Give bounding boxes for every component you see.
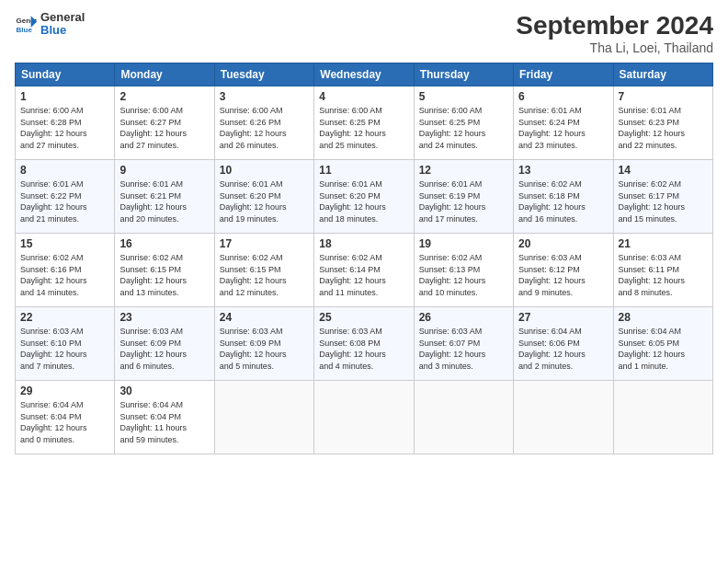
day-number: 22 bbox=[20, 311, 109, 324]
day-number: 25 bbox=[319, 311, 408, 324]
cell-info: Sunrise: 6:01 AM Sunset: 6:24 PM Dayligh… bbox=[518, 105, 608, 151]
calendar-cell bbox=[414, 381, 513, 454]
calendar-cell bbox=[214, 381, 313, 454]
day-header-friday: Friday bbox=[514, 63, 613, 86]
day-header-wednesday: Wednesday bbox=[314, 63, 414, 86]
day-number: 7 bbox=[619, 90, 708, 103]
calendar-cell: 30Sunrise: 6:04 AM Sunset: 6:04 PM Dayli… bbox=[115, 381, 214, 454]
calendar-cell: 8Sunrise: 6:01 AM Sunset: 6:22 PM Daylig… bbox=[16, 160, 115, 234]
cell-info: Sunrise: 6:03 AM Sunset: 6:09 PM Dayligh… bbox=[220, 326, 309, 372]
cell-info: Sunrise: 6:03 AM Sunset: 6:10 PM Dayligh… bbox=[20, 326, 109, 372]
day-number: 2 bbox=[119, 90, 209, 103]
svg-text:Blue: Blue bbox=[17, 26, 33, 34]
cell-info: Sunrise: 6:00 AM Sunset: 6:27 PM Dayligh… bbox=[119, 105, 209, 151]
cell-info: Sunrise: 6:01 AM Sunset: 6:22 PM Dayligh… bbox=[20, 178, 109, 224]
calendar-cell bbox=[514, 381, 613, 454]
cell-info: Sunrise: 6:01 AM Sunset: 6:23 PM Dayligh… bbox=[619, 105, 708, 151]
day-number: 3 bbox=[220, 90, 309, 103]
calendar-cell: 17Sunrise: 6:02 AM Sunset: 6:15 PM Dayli… bbox=[214, 234, 313, 307]
cell-info: Sunrise: 6:02 AM Sunset: 6:15 PM Dayligh… bbox=[119, 252, 209, 298]
month-title: September 2024 bbox=[516, 11, 713, 40]
day-number: 11 bbox=[319, 164, 408, 177]
day-number: 20 bbox=[518, 237, 608, 250]
calendar-cell: 16Sunrise: 6:02 AM Sunset: 6:15 PM Dayli… bbox=[115, 234, 214, 307]
cell-info: Sunrise: 6:03 AM Sunset: 6:09 PM Dayligh… bbox=[119, 326, 209, 372]
day-header-monday: Monday bbox=[115, 63, 214, 86]
calendar-body: 1Sunrise: 6:00 AM Sunset: 6:28 PM Daylig… bbox=[16, 86, 713, 454]
calendar-cell: 20Sunrise: 6:03 AM Sunset: 6:12 PM Dayli… bbox=[514, 234, 613, 307]
calendar-cell: 12Sunrise: 6:01 AM Sunset: 6:19 PM Dayli… bbox=[414, 160, 513, 234]
calendar-cell: 13Sunrise: 6:02 AM Sunset: 6:18 PM Dayli… bbox=[514, 160, 613, 234]
cell-info: Sunrise: 6:03 AM Sunset: 6:12 PM Dayligh… bbox=[518, 252, 608, 298]
day-number: 23 bbox=[119, 311, 209, 324]
day-number: 19 bbox=[419, 237, 508, 250]
cell-info: Sunrise: 6:01 AM Sunset: 6:20 PM Dayligh… bbox=[220, 178, 309, 224]
cell-info: Sunrise: 6:04 AM Sunset: 6:05 PM Dayligh… bbox=[619, 326, 708, 372]
calendar-cell: 11Sunrise: 6:01 AM Sunset: 6:20 PM Dayli… bbox=[314, 160, 414, 234]
calendar-cell bbox=[314, 381, 414, 454]
calendar-cell: 1Sunrise: 6:00 AM Sunset: 6:28 PM Daylig… bbox=[16, 86, 115, 160]
day-header-tuesday: Tuesday bbox=[214, 63, 313, 86]
day-number: 21 bbox=[619, 237, 708, 250]
calendar-cell: 24Sunrise: 6:03 AM Sunset: 6:09 PM Dayli… bbox=[214, 307, 313, 381]
calendar-cell: 14Sunrise: 6:02 AM Sunset: 6:17 PM Dayli… bbox=[613, 160, 712, 234]
day-number: 28 bbox=[619, 311, 708, 324]
cell-info: Sunrise: 6:04 AM Sunset: 6:04 PM Dayligh… bbox=[119, 399, 209, 445]
calendar-cell: 18Sunrise: 6:02 AM Sunset: 6:14 PM Dayli… bbox=[314, 234, 414, 307]
cell-info: Sunrise: 6:03 AM Sunset: 6:07 PM Dayligh… bbox=[419, 326, 508, 372]
day-number: 1 bbox=[20, 90, 109, 103]
day-header-thursday: Thursday bbox=[414, 63, 513, 86]
calendar-cell: 26Sunrise: 6:03 AM Sunset: 6:07 PM Dayli… bbox=[414, 307, 513, 381]
day-number: 9 bbox=[119, 164, 209, 177]
logo-icon: General Blue bbox=[15, 13, 37, 35]
cell-info: Sunrise: 6:02 AM Sunset: 6:14 PM Dayligh… bbox=[319, 252, 408, 298]
calendar-cell: 2Sunrise: 6:00 AM Sunset: 6:27 PM Daylig… bbox=[115, 86, 214, 160]
calendar-cell: 3Sunrise: 6:00 AM Sunset: 6:26 PM Daylig… bbox=[214, 86, 313, 160]
logo: General Blue General Blue bbox=[15, 11, 85, 38]
day-header-sunday: Sunday bbox=[16, 63, 115, 86]
cell-info: Sunrise: 6:00 AM Sunset: 6:26 PM Dayligh… bbox=[220, 105, 309, 151]
title-block: September 2024 Tha Li, Loei, Thailand bbox=[516, 11, 713, 55]
day-number: 29 bbox=[20, 385, 109, 397]
calendar-cell: 27Sunrise: 6:04 AM Sunset: 6:06 PM Dayli… bbox=[514, 307, 613, 381]
day-number: 16 bbox=[119, 237, 209, 250]
calendar-cell: 21Sunrise: 6:03 AM Sunset: 6:11 PM Dayli… bbox=[613, 234, 712, 307]
day-number: 13 bbox=[518, 164, 608, 177]
cell-info: Sunrise: 6:01 AM Sunset: 6:21 PM Dayligh… bbox=[119, 178, 209, 224]
day-number: 18 bbox=[319, 237, 408, 250]
calendar-cell: 22Sunrise: 6:03 AM Sunset: 6:10 PM Dayli… bbox=[16, 307, 115, 381]
cell-info: Sunrise: 6:02 AM Sunset: 6:18 PM Dayligh… bbox=[518, 178, 608, 224]
cell-info: Sunrise: 6:00 AM Sunset: 6:28 PM Dayligh… bbox=[20, 105, 109, 151]
cell-info: Sunrise: 6:03 AM Sunset: 6:11 PM Dayligh… bbox=[619, 252, 708, 298]
logo-general: General bbox=[40, 11, 85, 24]
calendar-cell: 9Sunrise: 6:01 AM Sunset: 6:21 PM Daylig… bbox=[115, 160, 214, 234]
day-number: 14 bbox=[619, 164, 708, 177]
calendar-cell: 5Sunrise: 6:00 AM Sunset: 6:25 PM Daylig… bbox=[414, 86, 513, 160]
cell-info: Sunrise: 6:01 AM Sunset: 6:19 PM Dayligh… bbox=[419, 178, 508, 224]
week-row-4: 22Sunrise: 6:03 AM Sunset: 6:10 PM Dayli… bbox=[16, 307, 713, 381]
calendar-cell: 19Sunrise: 6:02 AM Sunset: 6:13 PM Dayli… bbox=[414, 234, 513, 307]
day-number: 10 bbox=[220, 164, 309, 177]
day-number: 4 bbox=[319, 90, 408, 103]
cell-info: Sunrise: 6:02 AM Sunset: 6:13 PM Dayligh… bbox=[419, 252, 508, 298]
calendar-cell: 10Sunrise: 6:01 AM Sunset: 6:20 PM Dayli… bbox=[214, 160, 313, 234]
day-number: 24 bbox=[220, 311, 309, 324]
calendar-cell: 4Sunrise: 6:00 AM Sunset: 6:25 PM Daylig… bbox=[314, 86, 414, 160]
day-header-saturday: Saturday bbox=[613, 63, 712, 86]
day-number: 30 bbox=[119, 385, 209, 397]
calendar-cell: 23Sunrise: 6:03 AM Sunset: 6:09 PM Dayli… bbox=[115, 307, 214, 381]
calendar-table: SundayMondayTuesdayWednesdayThursdayFrid… bbox=[15, 63, 713, 454]
day-number: 15 bbox=[20, 237, 109, 250]
calendar-cell: 29Sunrise: 6:04 AM Sunset: 6:04 PM Dayli… bbox=[16, 381, 115, 454]
page: General Blue General Blue September 2024… bbox=[0, 0, 728, 563]
header: General Blue General Blue September 2024… bbox=[15, 11, 713, 55]
cell-info: Sunrise: 6:00 AM Sunset: 6:25 PM Dayligh… bbox=[419, 105, 508, 151]
cell-info: Sunrise: 6:02 AM Sunset: 6:16 PM Dayligh… bbox=[20, 252, 109, 298]
calendar-cell bbox=[613, 381, 712, 454]
cell-info: Sunrise: 6:00 AM Sunset: 6:25 PM Dayligh… bbox=[319, 105, 408, 151]
calendar-cell: 15Sunrise: 6:02 AM Sunset: 6:16 PM Dayli… bbox=[16, 234, 115, 307]
calendar-header-row: SundayMondayTuesdayWednesdayThursdayFrid… bbox=[16, 63, 713, 86]
day-number: 26 bbox=[419, 311, 508, 324]
logo-blue: Blue bbox=[40, 24, 85, 37]
cell-info: Sunrise: 6:04 AM Sunset: 6:06 PM Dayligh… bbox=[518, 326, 608, 372]
